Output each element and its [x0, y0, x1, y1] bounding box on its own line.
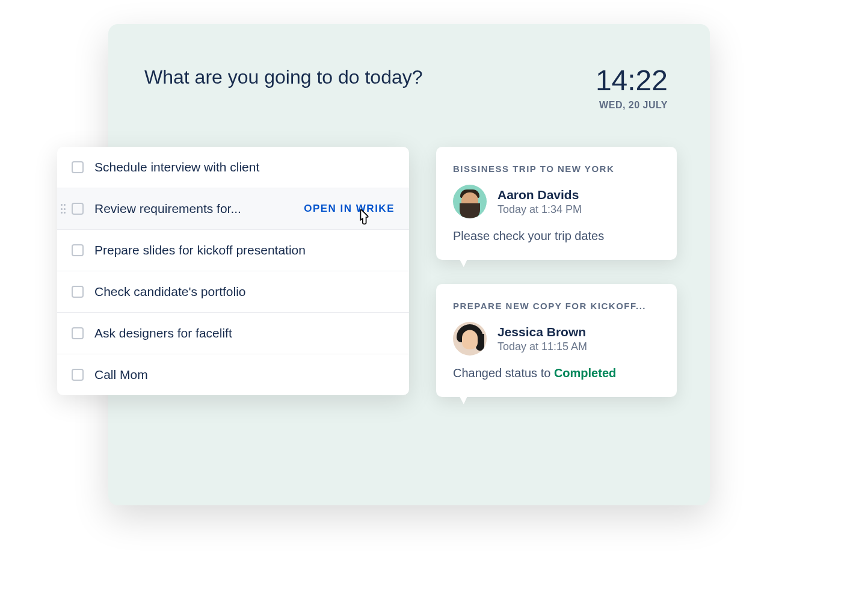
activity-title: PREPARE NEW COPY FOR KICKOFF... [453, 301, 660, 311]
task-item[interactable]: Prepare slides for kickoff presentation [57, 230, 409, 271]
task-label: Call Mom [94, 368, 395, 382]
checkbox-icon[interactable] [72, 327, 84, 339]
user-info: Jessica Brown Today at 11:15 AM [497, 325, 587, 353]
task-item[interactable]: Ask designers for facelift [57, 313, 409, 354]
activity-title: BISSINESS TRIP TO NEW YORK [453, 164, 660, 174]
user-name: Jessica Brown [497, 325, 587, 339]
task-label: Schedule interview with client [94, 160, 395, 174]
user-name: Aaron Davids [497, 188, 582, 202]
task-label: Ask designers for facelift [94, 326, 395, 340]
activity-message: Changed status to Completed [453, 366, 660, 380]
pointer-cursor-icon [355, 208, 372, 227]
activity-user-row: Aaron Davids Today at 1:34 PM [453, 185, 660, 218]
activity-feed: BISSINESS TRIP TO NEW YORK Aaron Davids … [436, 147, 677, 421]
task-item[interactable]: Schedule interview with client [57, 147, 409, 188]
activity-card[interactable]: BISSINESS TRIP TO NEW YORK Aaron Davids … [436, 147, 677, 260]
status-change-prefix: Changed status to [453, 366, 554, 380]
task-label: Review requirements for... [94, 202, 297, 216]
checkbox-icon[interactable] [72, 244, 84, 256]
activity-user-row: Jessica Brown Today at 11:15 AM [453, 322, 660, 356]
page-title: What are you going to do today? [144, 66, 423, 88]
task-item[interactable]: Check candidate's portfolio [57, 271, 409, 313]
status-badge: Completed [554, 366, 616, 380]
task-list: Schedule interview with client Review re… [57, 147, 409, 395]
clock: 14:22 WED, 20 JULY [596, 66, 668, 111]
task-item[interactable]: Call Mom [57, 354, 409, 395]
task-label: Check candidate's portfolio [94, 285, 395, 299]
clock-date: WED, 20 JULY [596, 100, 668, 111]
avatar [453, 185, 487, 218]
task-item[interactable]: Review requirements for... OPEN IN WRIKE [57, 188, 409, 230]
drag-handle-icon[interactable] [61, 204, 68, 214]
clock-time: 14:22 [596, 66, 668, 95]
checkbox-icon[interactable] [72, 203, 84, 215]
user-timestamp: Today at 1:34 PM [497, 203, 582, 216]
task-label: Prepare slides for kickoff presentation [94, 243, 395, 257]
checkbox-icon[interactable] [72, 369, 84, 381]
open-in-wrike-link[interactable]: OPEN IN WRIKE [304, 203, 395, 215]
avatar [453, 322, 487, 356]
checkbox-icon[interactable] [72, 161, 84, 173]
dashboard-panel: What are you going to do today? 14:22 WE… [108, 24, 710, 505]
activity-message: Please check your trip dates [453, 229, 660, 243]
user-timestamp: Today at 11:15 AM [497, 340, 587, 353]
user-info: Aaron Davids Today at 1:34 PM [497, 188, 582, 216]
header: What are you going to do today? 14:22 WE… [108, 24, 710, 111]
activity-card[interactable]: PREPARE NEW COPY FOR KICKOFF... Jessica … [436, 284, 677, 397]
checkbox-icon[interactable] [72, 286, 84, 298]
